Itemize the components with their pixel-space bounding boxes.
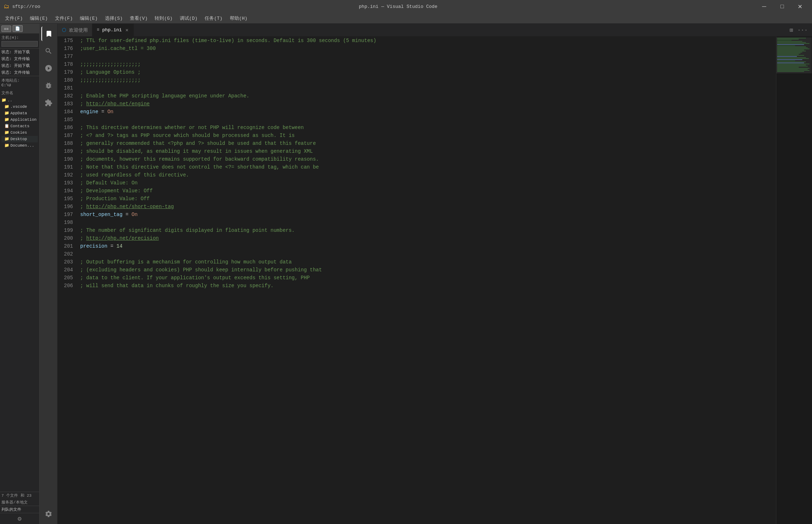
minimap[interactable] — [776, 37, 812, 524]
close-button[interactable]: ✕ — [792, 0, 808, 13]
activity-search[interactable] — [41, 44, 56, 58]
line-number: 183 — [58, 100, 73, 108]
code-line: engine = On — [80, 108, 773, 116]
line-number: 196 — [58, 203, 73, 211]
tree-item-documents[interactable]: 📁Documen... — [1, 142, 38, 149]
line-number: 197 — [58, 211, 73, 219]
menu-file2[interactable]: 文件(F) — [51, 14, 76, 23]
tab-bar: ⬡ 欢迎使用 ≡ php.ini ✕ ⊞ ··· — [58, 24, 812, 37]
host-input[interactable] — [1, 41, 38, 47]
phpini-tab-label: php.ini — [102, 27, 122, 33]
line-number: 205 — [58, 274, 73, 282]
tree-item-appdata[interactable]: 📁AppData — [1, 110, 38, 116]
activity-debug[interactable] — [41, 78, 56, 93]
menu-edit2[interactable]: 编辑(E) — [76, 14, 101, 23]
phpini-tab-close[interactable]: ✕ — [125, 26, 129, 34]
maximize-button[interactable]: □ — [774, 0, 790, 13]
status-row-1: 状态: 开始下载 — [0, 49, 39, 55]
code-editor: 1751761771781791801811821831841851861871… — [58, 37, 812, 524]
tree-item-desktop[interactable]: 📁Desktop — [1, 136, 38, 142]
tab-phpini[interactable]: ≡ php.ini ✕ — [92, 24, 134, 36]
local-station-label: 本地站点: — [1, 78, 38, 83]
ftp-toolbar-btn2[interactable]: 📄 — [13, 25, 23, 32]
menu-view[interactable]: 查看(V) — [126, 14, 151, 23]
menu-debug[interactable]: 调试(D) — [176, 14, 201, 23]
code-line: ; Note that this directive does not cont… — [80, 163, 773, 171]
activity-bar — [40, 24, 58, 524]
code-line: ; generally recommended that <?php and ?… — [80, 139, 773, 147]
title-bar: 🗂 sftp://roo php.ini — Visual Studio Cod… — [0, 0, 812, 13]
line-number: 194 — [58, 187, 73, 195]
vscode-icon: ⬡ — [62, 27, 66, 33]
line-number: 185 — [58, 116, 73, 124]
line-number: 201 — [58, 242, 73, 250]
code-line: ; This directive determines whether or n… — [80, 124, 773, 132]
minimize-button[interactable]: ─ — [756, 0, 772, 13]
settings-icon[interactable]: ⚙ — [18, 515, 22, 523]
line-number: 175 — [58, 37, 73, 45]
line-number: 190 — [58, 155, 73, 163]
status-row-3: 状态: 开始下载 — [0, 62, 39, 69]
app-body: ≡≡ 📄 主机(H): 状态: 开始下载 状态: 文件传输 状态: 开始下载 状… — [0, 24, 812, 524]
menu-tasks[interactable]: 任务(T) — [201, 14, 226, 23]
code-line: ; TTL for user-defined php.ini files (ti… — [80, 37, 773, 45]
menu-edit1[interactable]: 编辑(E) — [26, 14, 51, 23]
line-number: 195 — [58, 195, 73, 203]
ftp-toolbar: ≡≡ 📄 — [0, 24, 39, 33]
code-line: ; <? and ?> tags as PHP source which sho… — [80, 132, 773, 139]
code-content[interactable]: ; TTL for user-defined php.ini files (ti… — [77, 37, 776, 524]
file-tree: 📁.. 📁.vscode 📁AppData 📁Application 📋Cont… — [1, 97, 38, 149]
menu-file[interactable]: 文件(F) — [1, 14, 26, 23]
title-bar-left: 🗂 sftp://roo — [4, 3, 40, 10]
host-label: 主机(H): — [1, 35, 38, 40]
line-number: 200 — [58, 234, 73, 242]
line-number: 181 — [58, 84, 73, 92]
tree-item-contacts[interactable]: 📋Contacts — [1, 123, 38, 129]
welcome-tab-label: 欢迎使用 — [69, 27, 88, 33]
file-count: 7 个文件 和 23 — [0, 492, 39, 499]
code-line: ; Production Value: Off — [80, 195, 773, 203]
line-number: 182 — [58, 92, 73, 100]
code-line: ; Language Options ; — [80, 68, 773, 76]
code-line: ; documents, however this remains suppor… — [80, 155, 773, 163]
split-editor-btn[interactable]: ⊞ — [788, 25, 795, 35]
tree-item-application[interactable]: 📁Application — [1, 116, 38, 123]
line-number: 184 — [58, 108, 73, 116]
line-number: 199 — [58, 226, 73, 234]
status-section: 状态: 开始下载 状态: 文件传输 状态: 开始下载 状态: 文件传输 — [0, 49, 39, 76]
code-line: ;;;;;;;;;;;;;;;;;;;; — [80, 60, 773, 68]
code-line — [80, 84, 773, 92]
code-line: ; (excluding headers and cookies) PHP sh… — [80, 266, 773, 274]
activity-settings[interactable] — [41, 507, 56, 521]
activity-git[interactable] — [41, 61, 56, 75]
menu-select[interactable]: 选择(S) — [101, 14, 126, 23]
line-number: 193 — [58, 179, 73, 187]
line-number: 179 — [58, 68, 73, 76]
code-line: precision = 14 — [80, 242, 773, 250]
activity-extensions[interactable] — [41, 96, 56, 110]
tree-item-vscode[interactable]: 📁.vscode — [1, 104, 38, 110]
code-line: ;;;;;;;;;;;;;;;;;;;; — [80, 76, 773, 84]
tab-welcome[interactable]: ⬡ 欢迎使用 — [58, 24, 92, 36]
status-row-4: 状态: 文件传输 — [0, 69, 39, 76]
tree-item-cookies[interactable]: 📁Cookies — [1, 129, 38, 136]
title-bar-title: php.ini — Visual Studio Code — [359, 4, 437, 9]
ftp-toolbar-btn1[interactable]: ≡≡ — [1, 26, 11, 32]
menu-help[interactable]: 帮助(H) — [226, 14, 251, 23]
line-number: 203 — [58, 258, 73, 266]
file-list-header: 文件名 — [1, 90, 38, 96]
menu-goto[interactable]: 转到(G) — [151, 14, 176, 23]
gear-area[interactable]: ⚙ — [0, 513, 39, 524]
tree-item-root[interactable]: 📁.. — [1, 97, 38, 104]
line-number: 188 — [58, 139, 73, 147]
window-controls: ─ □ ✕ — [756, 0, 808, 13]
code-line: ; Default Value: On — [80, 179, 773, 187]
status-row-2: 状态: 文件传输 — [0, 55, 39, 62]
line-number: 191 — [58, 163, 73, 171]
code-line: ; http://php.net/engine — [80, 100, 773, 108]
code-line: short_open_tag = On — [80, 211, 773, 219]
line-number: 206 — [58, 282, 73, 290]
local-station-value: C:\U — [1, 83, 38, 87]
more-actions-btn[interactable]: ··· — [796, 26, 809, 35]
activity-explorer[interactable] — [41, 27, 56, 41]
